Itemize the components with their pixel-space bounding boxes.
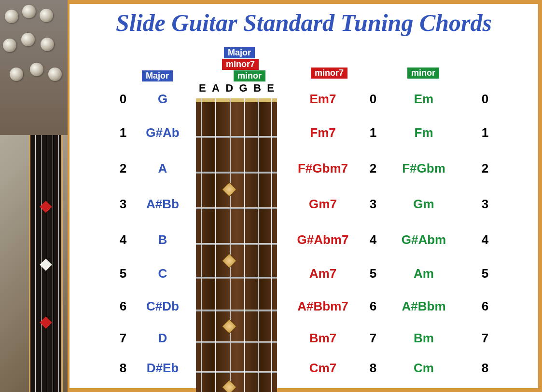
- fretboard: [196, 98, 277, 392]
- major-chord-label: D#Eb: [132, 360, 193, 376]
- header-major-left: Major: [142, 70, 173, 81]
- fret-number: 0: [361, 91, 385, 107]
- string-label: B: [253, 82, 261, 95]
- guitar-string: [271, 98, 272, 392]
- string-label: A: [212, 82, 220, 95]
- fret-number: 6: [473, 298, 497, 314]
- guitar-string: [215, 98, 216, 392]
- tuning-peg-icon: [21, 33, 35, 46]
- page: Slide Guitar Standard Tuning Chords Majo…: [0, 0, 542, 392]
- minor-chord-label: Gm: [385, 196, 462, 212]
- fret-number: 2: [361, 160, 385, 176]
- minor7-chord-label: F#Gbm7: [282, 160, 364, 176]
- tuning-peg-icon: [41, 38, 54, 51]
- fret-number: 3: [111, 196, 135, 212]
- major-chord-label: A#Bb: [132, 196, 193, 212]
- fret-number: 5: [473, 265, 497, 282]
- minor7-chord-label: Em7: [282, 91, 364, 107]
- fret-number: 4: [111, 231, 135, 248]
- header-minor7-stack: minor7: [222, 59, 259, 70]
- tuning-peg-icon: [40, 9, 53, 22]
- fret-number: 1: [111, 124, 135, 141]
- fret-number: 8: [111, 360, 135, 376]
- guitar-string: [201, 98, 202, 392]
- fret-number: 4: [473, 231, 497, 248]
- fret-number: 7: [111, 330, 135, 346]
- fret-number: 5: [361, 265, 385, 282]
- fret-wire: [196, 310, 277, 311]
- major-chord-label: G#Ab: [132, 124, 193, 141]
- tuning-peg-icon: [3, 39, 16, 52]
- tuning-peg-icon: [10, 68, 23, 81]
- fret-number: 5: [111, 265, 135, 282]
- minor7-chord-label: A#Bbm7: [282, 298, 364, 314]
- chart-title: Slide Guitar Standard Tuning Chords: [69, 9, 538, 37]
- header-minor7-right: minor7: [311, 68, 347, 79]
- fret-number: 3: [361, 196, 385, 212]
- fret-number: 0: [111, 91, 135, 107]
- fret-wire: [196, 341, 277, 343]
- fret-number: 8: [473, 360, 497, 376]
- fret-wire: [196, 371, 277, 373]
- tuning-peg-icon: [30, 63, 43, 76]
- fretboard-inlay-icon: [222, 379, 236, 392]
- major-chord-label: C: [132, 265, 193, 282]
- fret-number: 3: [473, 196, 497, 212]
- fret-number: 7: [473, 330, 497, 346]
- fretboard-inlay-icon: [222, 253, 236, 268]
- tuning-peg-icon: [22, 5, 36, 18]
- string-label: E: [199, 82, 206, 95]
- string-label: D: [225, 82, 233, 95]
- fret-marker-icon: [40, 316, 52, 328]
- minor-chord-label: F#Gbm: [385, 160, 462, 176]
- fretboard-inlay-icon: [222, 319, 236, 334]
- fret-number: 6: [111, 298, 135, 314]
- fret-number: 8: [361, 360, 385, 376]
- header-major-stack: Major: [224, 47, 255, 58]
- fret-number: 1: [473, 124, 497, 141]
- guitar-string: [230, 98, 231, 392]
- minor7-chord-label: Fm7: [282, 124, 364, 141]
- fret-wire: [196, 172, 277, 174]
- minor-chord-label: Am: [385, 265, 462, 282]
- fret-number: 1: [361, 124, 385, 141]
- fret-wire: [196, 277, 277, 279]
- major-chord-label: D: [132, 330, 193, 346]
- fret-wire: [196, 136, 277, 138]
- major-chord-label: G: [132, 91, 193, 107]
- guitar-headstock: [0, 0, 68, 135]
- minor-chord-label: Em: [385, 91, 462, 107]
- fret-wire: [196, 207, 277, 209]
- minor7-chord-label: Cm7: [282, 360, 364, 376]
- fret-number: 7: [361, 330, 385, 346]
- string-label: G: [239, 82, 248, 95]
- minor7-chord-label: G#Abm7: [282, 231, 364, 248]
- minor-chord-label: Cm: [385, 360, 462, 376]
- string-labels: E A D G B E: [199, 82, 274, 95]
- tuning-peg-icon: [48, 68, 62, 81]
- tuning-peg-icon: [5, 10, 18, 23]
- minor7-chord-label: Gm7: [282, 196, 364, 212]
- minor7-chord-label: Bm7: [282, 330, 364, 346]
- minor-chord-label: Bm: [385, 330, 462, 346]
- header-minor-right: minor: [407, 68, 439, 79]
- string-label: E: [267, 82, 274, 95]
- fret-marker-icon: [40, 201, 52, 213]
- header-minor-stack: minor: [234, 70, 265, 81]
- fret-number: 6: [361, 298, 385, 314]
- major-chord-label: C#Db: [132, 298, 193, 314]
- minor-chord-label: Fm: [385, 124, 462, 141]
- guitar-neck: [29, 135, 63, 392]
- major-chord-label: B: [132, 231, 193, 248]
- fret-number: 2: [473, 160, 497, 176]
- fret-number: 4: [361, 231, 385, 248]
- fret-number: 0: [473, 91, 497, 107]
- minor-chord-label: G#Abm: [385, 231, 462, 248]
- fret-wire: [196, 243, 277, 245]
- guitar-string: [244, 98, 245, 392]
- chart-frame: Slide Guitar Standard Tuning Chords Majo…: [68, 0, 542, 392]
- guitar-string: [258, 98, 259, 392]
- minor7-chord-label: Am7: [282, 265, 364, 282]
- fret-number: 2: [111, 160, 135, 176]
- fret-marker-icon: [40, 258, 52, 270]
